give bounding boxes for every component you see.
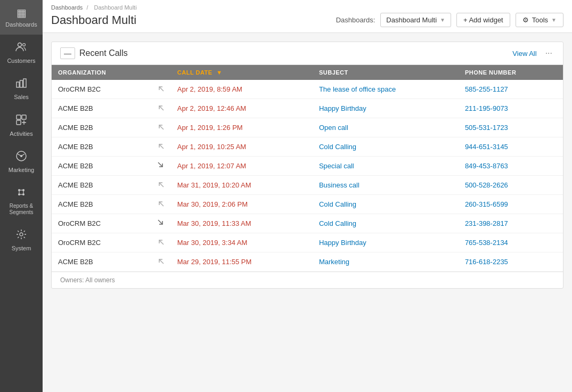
cell-phone-number: 716-618-2235 — [459, 252, 563, 272]
table-header-row: ORGANIZATION CALL DATE ▼ SUBJECT PHONE N… — [52, 65, 563, 80]
outgoing-call-icon[interactable] — [157, 181, 165, 190]
cell-phone-number: 500-528-2626 — [459, 176, 563, 195]
cell-phone-number: 260-315-6599 — [459, 195, 563, 214]
cell-call-icon — [151, 195, 171, 214]
sidebar-item-label: Activities — [10, 130, 32, 137]
breadcrumb: Dashboards / Dashboard Multi — [51, 4, 563, 11]
cell-organization: OroCRM B2C — [52, 80, 151, 99]
cell-call-date: Apr 1, 2019, 1:26 PM — [171, 118, 313, 137]
svg-rect-7 — [17, 120, 21, 125]
cell-call-icon — [151, 252, 171, 272]
cell-organization: ACME B2B — [52, 118, 151, 137]
incoming-call-icon[interactable] — [157, 162, 165, 170]
content-area: — Recent Calls View All ··· ORGANIZATION… — [43, 33, 572, 392]
breadcrumb-separator: / — [86, 4, 88, 11]
svg-point-12 — [18, 193, 20, 195]
subject-link[interactable]: Special call — [319, 162, 354, 170]
view-all-link[interactable]: View All — [512, 50, 536, 58]
sidebar-item-label: Dashboards — [5, 21, 37, 28]
sidebar-item-marketing[interactable]: Marketing — [0, 144, 43, 180]
svg-point-11 — [22, 189, 24, 191]
cell-phone-number: 211-195-9073 — [459, 99, 563, 118]
subject-link[interactable]: Happy Birthday — [319, 104, 366, 112]
table-row: OroCRM B2CMar 30, 2019, 11:33 AMCold Cal… — [52, 214, 563, 233]
cell-call-icon — [151, 233, 171, 252]
outgoing-call-icon[interactable] — [157, 239, 165, 247]
sidebar-item-activities[interactable]: Activities — [0, 108, 43, 144]
cell-subject: Cold Calling — [313, 195, 459, 214]
cell-phone-number: 505-531-1723 — [459, 118, 563, 137]
svg-point-1 — [23, 44, 26, 46]
table-row: ACME B2BApr 2, 2019, 12:46 AMHappy Birth… — [52, 99, 563, 118]
cell-subject: Marketing — [313, 252, 459, 272]
widget-title-group: — Recent Calls — [60, 47, 128, 59]
sidebar-item-reports[interactable]: Reports &Segments — [0, 180, 43, 222]
cell-organization: ACME B2B — [52, 99, 151, 118]
sidebar-item-customers[interactable]: Customers — [0, 35, 43, 71]
add-widget-label: + Add widget — [463, 16, 503, 24]
outgoing-call-icon[interactable] — [157, 104, 165, 113]
sidebar-item-system[interactable]: System — [0, 222, 43, 258]
dashboard-select[interactable]: Dashboard Multi ▼ — [380, 13, 451, 27]
main-content: Dashboards / Dashboard Multi Dashboard M… — [43, 0, 572, 392]
subject-link[interactable]: Cold Calling — [319, 143, 356, 151]
cell-phone-number: 765-538-2134 — [459, 233, 563, 252]
subject-link[interactable]: Cold Calling — [319, 200, 356, 208]
more-options-button[interactable]: ··· — [543, 48, 554, 58]
cell-subject: Cold Calling — [313, 137, 459, 157]
table-row: ACME B2BApr 1, 2019, 12:07 AMSpecial cal… — [52, 157, 563, 176]
add-widget-button[interactable]: + Add widget — [456, 13, 510, 27]
col-phone-number: PHONE NUMBER — [459, 65, 563, 80]
sidebar-item-label: Marketing — [9, 167, 34, 174]
subject-link[interactable]: The lease of office space — [319, 85, 396, 93]
tools-button[interactable]: ⚙ Tools ▼ — [516, 13, 563, 27]
owners-info: Owners: All owners — [60, 276, 115, 284]
table-row: ACME B2BMar 31, 2019, 10:20 AMBusiness c… — [52, 176, 563, 195]
outgoing-call-icon[interactable] — [157, 85, 165, 94]
cell-call-date: Apr 1, 2019, 10:25 AM — [171, 137, 313, 157]
table-row: OroCRM B2CMar 30, 2019, 3:34 AMHappy Bir… — [52, 233, 563, 252]
cell-call-date: Apr 2, 2019, 12:46 AM — [171, 99, 313, 118]
sidebar-item-sales[interactable]: Sales — [0, 71, 43, 107]
sales-icon — [15, 77, 27, 92]
subject-link[interactable]: Marketing — [319, 258, 349, 266]
svg-point-10 — [18, 189, 20, 191]
svg-rect-4 — [23, 79, 26, 87]
subject-link[interactable]: Business call — [319, 181, 359, 189]
cell-call-icon — [151, 157, 171, 176]
sidebar-item-dashboards[interactable]: ▦ Dashboards — [0, 0, 43, 35]
outgoing-call-icon[interactable] — [157, 143, 165, 151]
svg-rect-3 — [20, 80, 23, 87]
cell-organization: ACME B2B — [52, 195, 151, 214]
sort-arrow-icon: ▼ — [216, 69, 222, 76]
subject-link[interactable]: Open call — [319, 124, 348, 132]
outgoing-call-icon[interactable] — [157, 258, 165, 266]
customers-icon — [15, 41, 27, 55]
gear-icon: ⚙ — [522, 16, 529, 24]
breadcrumb-parent[interactable]: Dashboards — [51, 4, 83, 11]
subject-link[interactable]: Cold Calling — [319, 219, 356, 227]
cell-call-date: Mar 30, 2019, 11:33 AM — [171, 214, 313, 233]
table-row: ACME B2BApr 1, 2019, 10:25 AMCold Callin… — [52, 137, 563, 157]
svg-point-9 — [20, 155, 22, 157]
tools-label: Tools — [532, 16, 548, 24]
table-row: ACME B2BApr 1, 2019, 1:26 PMOpen call505… — [52, 118, 563, 137]
sidebar: ▦ Dashboards Customers Sales — [0, 0, 43, 392]
cell-subject: Special call — [313, 157, 459, 176]
cell-call-date: Apr 1, 2019, 12:07 AM — [171, 157, 313, 176]
widget-footer: Owners: All owners — [52, 272, 563, 288]
subject-link[interactable]: Happy Birthday — [319, 239, 366, 247]
col-call-date[interactable]: CALL DATE ▼ — [171, 65, 313, 80]
collapse-button[interactable]: — — [60, 47, 75, 59]
dashboards-label: Dashboards: — [336, 16, 375, 24]
cell-call-icon — [151, 99, 171, 118]
outgoing-call-icon[interactable] — [157, 200, 165, 209]
dashboard-select-value: Dashboard Multi — [386, 16, 437, 24]
incoming-call-icon[interactable] — [157, 219, 165, 228]
recent-calls-widget: — Recent Calls View All ··· ORGANIZATION… — [51, 42, 563, 289]
cell-subject: Open call — [313, 118, 459, 137]
outgoing-call-icon[interactable] — [157, 124, 165, 132]
svg-rect-6 — [22, 115, 26, 119]
svg-rect-5 — [17, 115, 21, 119]
widget-title: Recent Calls — [79, 48, 128, 58]
